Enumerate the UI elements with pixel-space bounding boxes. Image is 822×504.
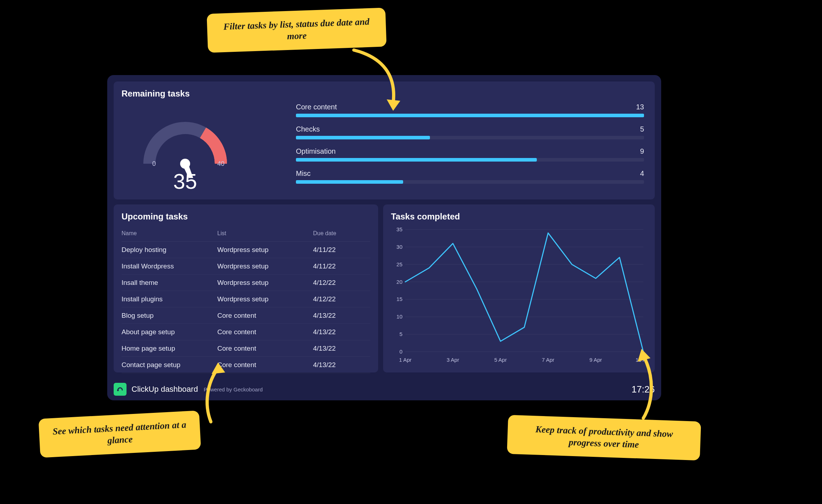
cell-due: 4/13/22 (313, 345, 370, 352)
gauge-value: 35 (128, 169, 242, 194)
svg-text:11 Apr: 11 Apr (635, 357, 647, 363)
annotation-right: Keep track of productivity and show prog… (507, 415, 701, 461)
bar-fill (296, 136, 430, 139)
tasks-completed-chart: 051015202530351 Apr3 Apr5 Apr7 Apr9 Apr1… (391, 226, 647, 365)
svg-text:15: 15 (396, 296, 402, 302)
svg-text:25: 25 (396, 261, 402, 267)
svg-text:3 Apr: 3 Apr (447, 357, 459, 363)
bar-label: Optimisation (296, 147, 336, 155)
cell-list: Core content (217, 312, 313, 320)
table-row[interactable]: Home page setupCore content4/13/22 (122, 340, 370, 357)
svg-text:10: 10 (396, 313, 402, 320)
panel-remaining-tasks: Remaining tasks (114, 81, 655, 199)
cell-name: Blog setup (122, 312, 217, 320)
clickup-logo-icon (114, 383, 127, 396)
cell-due: 4/12/22 (313, 279, 370, 287)
svg-text:0: 0 (400, 349, 402, 355)
cell-list: Core content (217, 361, 313, 369)
table-row[interactable]: About page setupCore content4/13/22 (122, 324, 370, 340)
svg-text:35: 35 (396, 226, 402, 232)
cell-due: 4/13/22 (313, 361, 370, 369)
bar-value: 13 (636, 103, 644, 111)
panel-tasks-completed: Tasks completed 051015202530351 Apr3 Apr… (383, 204, 655, 372)
cell-name: Deploy hosting (122, 246, 217, 254)
bar-row[interactable]: Checks5 (296, 125, 644, 147)
cell-name: Install Wordpress (122, 262, 217, 270)
table-row[interactable]: Contact page setupCore content4/13/22 (122, 357, 370, 373)
remaining-tasks-title: Remaining tasks (114, 81, 655, 102)
bar-row[interactable]: Core content13 (296, 103, 644, 125)
bar-label: Misc (296, 169, 311, 178)
cell-name: Insall theme (122, 279, 217, 287)
svg-point-24 (117, 390, 119, 391)
bar-value: 5 (640, 125, 644, 133)
table-row[interactable]: Install pluginsWordpress setup4/12/22 (122, 291, 370, 307)
bar-row[interactable]: Misc4 (296, 169, 644, 192)
svg-text:9 Apr: 9 Apr (589, 357, 602, 363)
table-row[interactable]: Insall themeWordpress setup4/12/22 (122, 275, 370, 291)
cell-due: 4/12/22 (313, 295, 370, 303)
col-name: Name (122, 230, 217, 237)
tasks-completed-title: Tasks completed (383, 204, 655, 225)
cell-list: Core content (217, 345, 313, 352)
annotation-top: Filter tasks by list, status due date an… (207, 8, 386, 53)
line-chart-icon: 051015202530351 Apr3 Apr5 Apr7 Apr9 Apr1… (391, 226, 647, 365)
bar-row[interactable]: Optimisation9 (296, 147, 644, 169)
cell-name: About page setup (122, 328, 217, 336)
dashboard-name: ClickUp dashboard (132, 385, 198, 394)
gauge-min: 0 (152, 160, 156, 168)
col-due: Due date (313, 230, 370, 237)
bar-label: Core content (296, 103, 337, 111)
cell-due: 4/13/22 (313, 312, 370, 320)
gauge-max: 40 (217, 160, 224, 168)
bar-fill (296, 180, 403, 184)
bar-fill (296, 158, 537, 162)
category-bars: Core content13Checks5Optimisation9Misc4 (296, 103, 644, 192)
cell-name: Contact page setup (122, 361, 217, 369)
svg-text:7 Apr: 7 Apr (542, 357, 554, 363)
dashboard-footer: ClickUp dashboard Powered by Geckoboard … (114, 380, 655, 398)
bar-fill (296, 114, 644, 117)
bar-value: 4 (640, 169, 644, 178)
cell-due: 4/11/22 (313, 246, 370, 254)
gauge-widget: 0 40 35 (128, 107, 242, 192)
cell-due: 4/13/22 (313, 328, 370, 336)
svg-point-1 (180, 159, 190, 169)
upcoming-table: Name List Due date Deploy hostingWordpre… (114, 225, 378, 377)
table-row[interactable]: Install WordpressWordpress setup4/11/22 (122, 258, 370, 275)
svg-text:1 Apr: 1 Apr (399, 357, 411, 363)
table-row[interactable]: Blog setupCore content4/13/22 (122, 307, 370, 324)
cell-list: Core content (217, 328, 313, 336)
cell-due: 4/11/22 (313, 262, 370, 270)
cell-name: Home page setup (122, 345, 217, 352)
table-row[interactable]: Deploy hostingWordpress setup4/11/22 (122, 242, 370, 258)
bar-label: Checks (296, 125, 320, 133)
clock: 17:26 (632, 384, 655, 395)
annotation-left: See which tasks need attention at a glan… (38, 410, 201, 458)
bar-value: 9 (640, 147, 644, 155)
cell-list: Wordpress setup (217, 246, 313, 254)
upcoming-table-header: Name List Due date (122, 225, 370, 242)
powered-by-label: Powered by Geckoboard (204, 386, 263, 392)
cell-name: Install plugins (122, 295, 217, 303)
svg-text:5 Apr: 5 Apr (494, 357, 507, 363)
col-list: List (217, 230, 313, 237)
dashboard-window: Remaining tasks (107, 75, 661, 400)
stage: Remaining tasks (0, 0, 822, 504)
upcoming-tasks-title: Upcoming tasks (114, 204, 378, 225)
svg-text:5: 5 (400, 331, 402, 337)
svg-text:30: 30 (396, 244, 402, 250)
cell-list: Wordpress setup (217, 279, 313, 287)
cell-list: Wordpress setup (217, 262, 313, 270)
svg-text:20: 20 (396, 279, 402, 285)
cell-list: Wordpress setup (217, 295, 313, 303)
gauge-icon (128, 107, 242, 178)
panel-upcoming-tasks: Upcoming tasks Name List Due date Deploy… (114, 204, 378, 372)
